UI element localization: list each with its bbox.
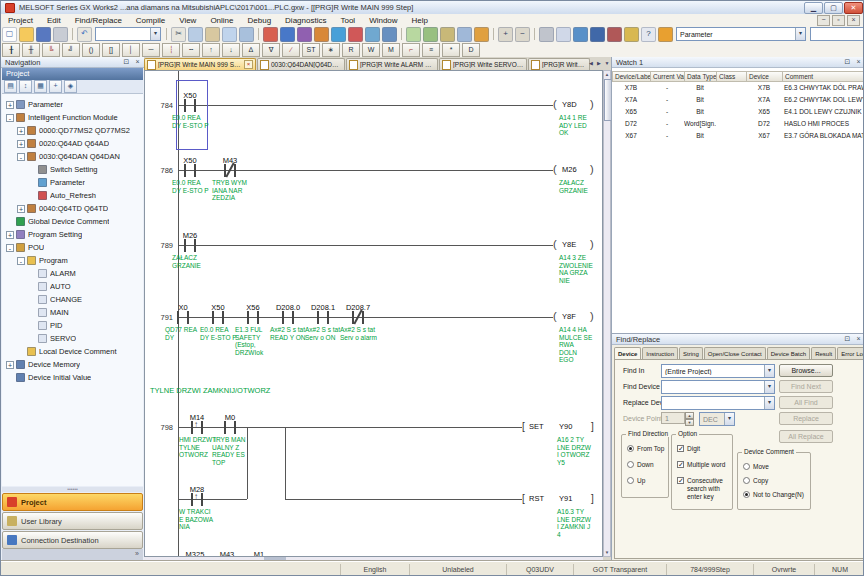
tree-item-0040-q64td-q64td[interactable]: +0040:Q64TD Q64TD <box>2 202 143 215</box>
watch-row-2-cell[interactable]: X7A <box>612 94 650 106</box>
mdi-minimize-button[interactable]: − <box>817 15 830 26</box>
tab-4[interactable]: [PRG]R Write SERVO 1134 Step <box>439 58 527 70</box>
contact-X0[interactable] <box>177 311 179 324</box>
tree-item-pid[interactable]: PID <box>2 319 143 332</box>
close-button[interactable]: ✕ <box>844 2 863 14</box>
add-item-icon[interactable]: + <box>49 80 62 93</box>
tab-scroll-right-icon[interactable]: ▶ <box>596 60 602 66</box>
read-from-plc-icon[interactable] <box>280 27 295 42</box>
tree-expander-icon[interactable]: + <box>6 231 14 239</box>
tree-expander-icon[interactable]: + <box>17 205 25 213</box>
horizontal-line-icon[interactable]: ─ <box>142 43 160 57</box>
coil-Y8D[interactable]: Y8D <box>562 100 577 109</box>
menu-edit[interactable]: Edit <box>40 16 68 25</box>
sort-icon[interactable]: ↕ <box>19 80 32 93</box>
print-icon[interactable] <box>53 27 68 42</box>
write-mode-icon[interactable]: W <box>362 43 380 57</box>
step-down-icon[interactable]: ▼ <box>685 419 694 426</box>
menu-find-replace[interactable]: Find/Replace <box>68 16 129 25</box>
view-button-user-library[interactable]: User Library <box>2 512 143 530</box>
tab-3[interactable]: [PRG]R Write ALARM 488 Step <box>346 58 438 70</box>
contact-X50[interactable] <box>184 99 186 112</box>
delete-vertical-line-icon[interactable]: ┆ <box>162 43 180 57</box>
radio-down[interactable]: Down <box>627 461 654 469</box>
find-in-combo[interactable]: (Entire Project) ▾ <box>661 364 775 378</box>
menu-help[interactable]: Help <box>405 16 435 25</box>
find-next-button[interactable]: Find Next <box>779 380 833 393</box>
monitor-mode-icon[interactable]: M <box>382 43 400 57</box>
block-Y91[interactable]: Y91 <box>559 494 572 503</box>
device-point-unit-combo[interactable]: DEC ▾ <box>699 412 735 426</box>
toolbar-combo-1[interactable]: ▾ <box>95 27 161 41</box>
open-branch-icon[interactable]: ╚ <box>42 43 60 57</box>
replace-button[interactable]: Replace <box>779 412 833 425</box>
device-point-input[interactable]: 1 <box>661 412 685 424</box>
contact-X56[interactable] <box>247 311 249 324</box>
tree-item-intelligent-function-module[interactable]: -Intelligent Function Module <box>2 111 143 124</box>
tab-2[interactable]: 0030:Q64DAN[Q64DAN]-Parame... <box>257 58 345 70</box>
ladder-edit-icon[interactable] <box>222 27 237 42</box>
tree-item-0020-q64ad-q64ad[interactable]: +0020:Q64AD Q64AD <box>2 137 143 150</box>
menu-view[interactable]: View <box>172 16 203 25</box>
contact-M26[interactable] <box>184 239 186 252</box>
menu-window[interactable]: Window <box>362 16 404 25</box>
pin-icon[interactable]: ⊡ <box>843 58 852 67</box>
device-list-icon[interactable] <box>440 27 455 42</box>
radio-from-top[interactable]: From Top <box>627 445 664 453</box>
device-comment-edit-icon[interactable] <box>239 27 254 42</box>
all-find-button[interactable]: All Find <box>779 396 833 409</box>
remote-operation-icon[interactable] <box>314 27 329 42</box>
build-icon[interactable] <box>474 27 489 42</box>
menu-tool[interactable]: Tool <box>333 16 362 25</box>
tree-item-local-device-comment[interactable]: Local Device Comment <box>2 345 143 358</box>
tree-expander-icon[interactable]: - <box>17 153 25 161</box>
checkbox-consecutive-search-with-[interactable]: ✓Consecutive search with enter key <box>677 477 727 501</box>
coil-Y8F[interactable]: Y8F <box>562 312 576 321</box>
module-list-icon[interactable]: ▤ <box>4 80 17 93</box>
note-display-icon[interactable]: * <box>442 43 460 57</box>
watch-row-4-cell[interactable]: D72 <box>612 118 650 130</box>
falling-pulse-close-icon[interactable]: ∇ <box>262 43 280 57</box>
tree-item-change[interactable]: CHANGE <box>2 293 143 306</box>
tree-item-parameter[interactable]: +Parameter <box>2 98 143 111</box>
cross-reference-icon[interactable] <box>423 27 438 42</box>
menu-compile[interactable]: Compile <box>129 16 172 25</box>
tree-item-device-initial-value[interactable]: Device Initial Value <box>2 371 143 384</box>
close-icon[interactable]: × <box>854 335 863 344</box>
tree-item-alarm[interactable]: ALARM <box>2 267 143 280</box>
open-contact-icon[interactable]: ╂ <box>2 43 20 57</box>
ladder-editor[interactable]: 784X50E0.0 REA DY E-STO P(Y8D)A14 1 RE A… <box>144 70 603 557</box>
window-cascade-icon[interactable] <box>556 27 571 42</box>
cut-icon[interactable]: ✂ <box>171 27 186 42</box>
view-options-icon[interactable]: ◈ <box>64 80 77 93</box>
tree-item-0030-q64dan-q64dan[interactable]: -0030:Q64DAN Q64DAN <box>2 150 143 163</box>
help-icon[interactable]: ? <box>641 27 656 42</box>
block-Y90[interactable]: Y90 <box>559 422 572 431</box>
coil-Y8E[interactable]: Y8E <box>562 240 576 249</box>
device-display-icon[interactable]: D <box>462 43 480 57</box>
step-up-icon[interactable]: ▲ <box>685 412 694 419</box>
radio-up[interactable]: Up <box>627 477 645 485</box>
close-contact-icon[interactable]: ╫ <box>22 43 40 57</box>
find-device-combo[interactable]: ▾ <box>661 380 775 394</box>
tree-expander-icon[interactable]: + <box>17 127 25 135</box>
browse-button[interactable]: Browse... <box>779 364 833 377</box>
close-branch-icon[interactable]: ╝ <box>62 43 80 57</box>
device-batch-monitor-icon[interactable] <box>365 27 380 42</box>
program-check-icon[interactable] <box>457 27 472 42</box>
view-selector-strip[interactable]: » <box>2 549 143 560</box>
tree-item-servo[interactable]: SERVO <box>2 332 143 345</box>
menu-debug[interactable]: Debug <box>241 16 279 25</box>
tree-item-auto[interactable]: AUTO <box>2 280 143 293</box>
close-icon[interactable]: × <box>133 58 142 67</box>
parameter-setting-icon[interactable] <box>624 27 639 42</box>
new-project-icon[interactable]: ▢ <box>2 27 17 42</box>
read-mode-icon[interactable]: R <box>342 43 360 57</box>
tab-list-icon[interactable]: ▼ <box>604 60 610 66</box>
pin-icon[interactable]: ⊡ <box>122 58 131 67</box>
sampling-trace-icon[interactable] <box>590 27 605 42</box>
device-point-stepper[interactable]: ▲▼ <box>685 412 694 424</box>
inline-st-icon[interactable]: ST <box>302 43 320 57</box>
tab-close-icon[interactable]: × <box>244 60 253 69</box>
navigation-splitter[interactable]: •••••• <box>2 487 143 492</box>
